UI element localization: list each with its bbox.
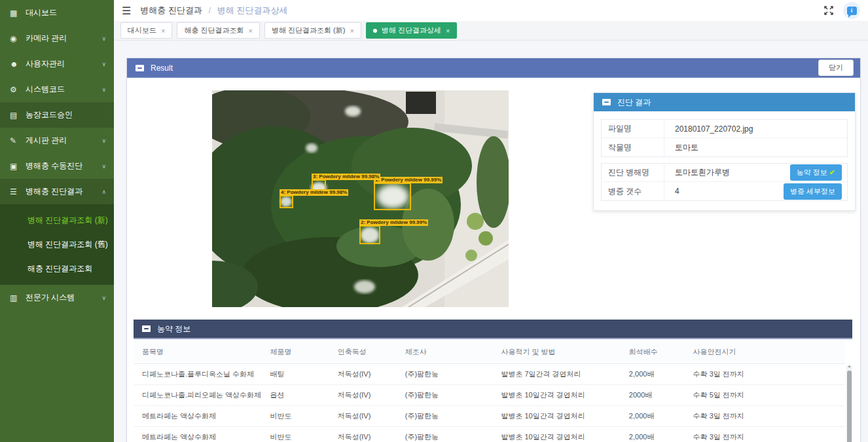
sidebar-subitem-병해 진단결과조회 (新)[interactable]: 병해 진단결과조회 (新) — [0, 208, 114, 232]
detection-label: 3: Powdery mildew 99.98% — [312, 174, 380, 180]
system-code-icon: ⚙ — [10, 85, 26, 94]
diagnosis-card-header: 진단 결과 — [594, 93, 855, 111]
tab-bar: 대시보드×해충 진단결과조회×병해 진단결과조회 (新)×병해 진단결과상세× — [114, 21, 868, 41]
table-cell: 수확 3일 전까지 — [685, 364, 845, 385]
table-row[interactable]: 메트라페논 액상수화제비반도저독성(IV)(주)팜한농발병초 10일간격 경엽처… — [134, 427, 845, 442]
sidebar-item-사용자관리[interactable]: ☻사용자관리∨ — [0, 51, 114, 77]
pesticide-section-title: 농약 정보 — [157, 323, 190, 335]
pesticide-section-header: 농약 정보 — [134, 320, 852, 339]
diagnosis-row-group: 파일명20180107_220702.jpg작물명토마토 — [601, 119, 848, 157]
symptom-detail-button[interactable]: 병증 세부정보 — [784, 183, 842, 200]
chevron-down-icon: ∨ — [101, 35, 106, 42]
breadcrumb-page: 병해 진단결과상세 — [217, 5, 288, 15]
pesticide-table-body: 디페노코나졸.플루디옥소닐 수화제배팅저독성(IV)(주)팜한농발병초 7일간격… — [134, 364, 845, 442]
sidebar-subitem-해충 진단결과조회[interactable]: 해충 진단결과조회 — [0, 257, 114, 281]
column-header: 제조사 — [397, 341, 494, 364]
diagnosis-row-value: 토마토 — [664, 142, 847, 153]
sidebar: ▦대시보드◉카메라 관리∨☻사용자관리∨⚙시스템코드∨▤농장코드승인✎게시판 관… — [0, 0, 114, 442]
table-cell: 2,000배 — [621, 406, 685, 427]
sidebar-item-label: 게시판 관리 — [26, 135, 101, 146]
table-cell: 수확 3일 전까지 — [685, 427, 845, 442]
info-button[interactable]: i — [843, 2, 860, 19]
column-header: 제품명 — [262, 341, 329, 364]
diagnosis-row-value: 20180107_220702.jpg — [664, 124, 847, 134]
table-scrollbar[interactable]: ▲ — [846, 365, 852, 442]
table-cell: 수확 5일 전까지 — [685, 385, 845, 406]
scrollbar-thumb[interactable] — [847, 371, 852, 442]
diagnosis-row-label: 병증 갯수 — [602, 182, 664, 200]
sidebar-item-label: 농장코드승인 — [26, 109, 106, 120]
pesticide-header-row: 품목명제품명인축독성제조사사용적기 및 방법희석배수사용안전시기 — [134, 341, 845, 364]
tab-close-icon[interactable]: × — [161, 27, 165, 35]
archive-box-icon — [142, 325, 151, 332]
active-dot-icon — [373, 29, 377, 33]
sidebar-menu: ▦대시보드◉카메라 관리∨☻사용자관리∨⚙시스템코드∨▤농장코드승인✎게시판 관… — [0, 0, 114, 310]
main-content: Result 닫기 — [114, 41, 868, 442]
sidebar-item-게시판 관리[interactable]: ✎게시판 관리∨ — [0, 128, 114, 153]
sidebar-item-병해충 진단결과[interactable]: ☰병해충 진단결과∧ — [0, 179, 114, 204]
pesticide-info-button[interactable]: 농약 정보✔ — [790, 164, 842, 181]
tomato-leaf-photo — [212, 90, 509, 307]
column-header: 사용적기 및 방법 — [493, 341, 621, 364]
sidebar-submenu: 병해 진단결과조회 (新)병해 진단결과조회 (舊)해충 진단결과조회 — [0, 204, 114, 285]
table-row[interactable]: 디페노코나졸.피리오페논 액상수화제옵션저독성(IV)(주)팜한농발병초 10일… — [134, 385, 845, 406]
table-cell: 발병초 10일간격 경엽처리 — [493, 427, 621, 442]
sidebar-item-카메라 관리[interactable]: ◉카메라 관리∨ — [0, 26, 114, 51]
tab-해충 진단결과조회[interactable]: 해충 진단결과조회× — [177, 22, 260, 39]
diagnosis-row-label: 파일명 — [602, 120, 664, 138]
sidebar-item-시스템코드[interactable]: ⚙시스템코드∨ — [0, 77, 114, 102]
table-row[interactable]: 메트라페논 액상수화제비반도저독성(IV)(주)팜한농발병초 10일간격 경엽처… — [134, 406, 845, 427]
sidebar-subitem-병해 진단결과조회 (舊)[interactable]: 병해 진단결과조회 (舊) — [0, 232, 114, 257]
sidebar-item-병해충 수동진단[interactable]: ▣병해충 수동진단∨ — [0, 153, 114, 179]
diagnosis-row-group: 진단 병해명토마토흰가루병농약 정보✔병증 갯수4병증 세부정보 — [601, 163, 848, 201]
sidebar-item-농장코드승인[interactable]: ▤농장코드승인 — [0, 102, 114, 128]
table-row: 파일명20180107_220702.jpg — [602, 120, 847, 138]
table-row: 작물명토마토 — [602, 138, 847, 157]
scroll-up-icon[interactable]: ▲ — [846, 364, 852, 368]
chevron-down-icon: ∨ — [101, 163, 106, 170]
tab-병해 진단결과조회 (新)[interactable]: 병해 진단결과조회 (新)× — [264, 22, 361, 39]
table-cell: 비반도 — [262, 427, 329, 442]
tab-close-icon[interactable]: × — [446, 27, 450, 35]
column-header: 사용안전시기 — [685, 341, 845, 364]
sidebar-item-label: 병해충 수동진단 — [26, 160, 101, 172]
sidebar-item-label: 사용자관리 — [26, 58, 101, 69]
diagnosis-photo: 1: Powdery mildew 99.99%2: Powdery milde… — [212, 90, 509, 307]
table-cell: 옵션 — [262, 385, 329, 406]
table-cell: 수확 3일 전까지 — [685, 406, 845, 427]
result-panel: Result 닫기 — [126, 58, 861, 442]
detection-label: 1: Powdery mildew 99.99% — [374, 177, 443, 183]
result-panel-title: Result — [151, 64, 173, 73]
close-button[interactable]: 닫기 — [818, 60, 854, 76]
tab-close-icon[interactable]: × — [350, 27, 353, 35]
tab-close-icon[interactable]: × — [249, 27, 253, 35]
tab-대시보드[interactable]: 대시보드× — [120, 22, 172, 39]
table-row: 병증 갯수4병증 세부정보 — [602, 182, 847, 200]
table-cell: 저독성(IV) — [330, 385, 397, 406]
table-row[interactable]: 디페노코나졸.플루디옥소닐 수화제배팅저독성(IV)(주)팜한농발병초 7일간격… — [134, 364, 845, 385]
pesticide-table: 품목명제품명인축독성제조사사용적기 및 방법희석배수사용안전시기 디페노코나졸.… — [134, 341, 845, 442]
users-icon: ☻ — [10, 60, 26, 69]
archive-box-icon — [136, 65, 144, 71]
info-icon: i — [847, 7, 857, 15]
table-cell: 저독성(IV) — [330, 364, 397, 385]
tab-병해 진단결과상세[interactable]: 병해 진단결과상세× — [366, 22, 458, 39]
menu-toggle-icon[interactable]: ☰ — [122, 5, 131, 17]
chevron-down-icon: ∨ — [101, 86, 106, 93]
column-header: 희석배수 — [621, 341, 685, 364]
archive-box-icon — [602, 99, 611, 105]
fullscreen-icon[interactable] — [823, 5, 834, 16]
expert-system-icon: ▥ — [10, 293, 26, 303]
diagnosis-row-label: 진단 병해명 — [602, 164, 664, 181]
sidebar-item-대시보드[interactable]: ▦대시보드 — [0, 0, 114, 26]
dashboard-icon: ▦ — [10, 9, 26, 18]
diagnosis-row-value: 4 — [664, 187, 784, 196]
tab-label: 대시보드 — [128, 26, 156, 35]
diagnosis-row-label: 작물명 — [602, 138, 664, 157]
table-cell: 디페노코나졸.피리오페논 액상수화제 — [134, 385, 262, 406]
result-panel-header: Result 닫기 — [127, 58, 860, 78]
sidebar-item-전문가 시스템[interactable]: ▥전문가 시스템∨ — [0, 285, 114, 310]
table-cell: 저독성(IV) — [330, 427, 397, 442]
table-cell: 비반도 — [262, 406, 329, 427]
sidebar-item-label: 병해충 진단결과 — [26, 186, 101, 197]
